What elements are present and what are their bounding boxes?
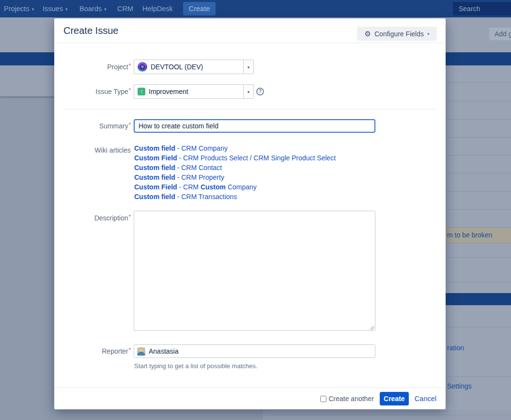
wiki-articles-list: Custom field - CRM CompanyCustom Field -… <box>134 143 376 202</box>
add-gadget-button[interactable]: Add g <box>489 28 511 40</box>
form-divider <box>63 109 436 109</box>
description-label: Description* <box>54 214 131 222</box>
screen: Add g m to be broken ration Settings Pro… <box>0 0 511 420</box>
create-another-option: Create another <box>320 395 373 403</box>
project-select-value: DEVTOOL (DEV) <box>151 63 203 71</box>
create-another-checkbox[interactable] <box>320 396 326 402</box>
wiki-article-link[interactable]: Custom field - CRM Transactions <box>134 192 376 202</box>
project-label: Project* <box>54 63 131 71</box>
row-separator <box>446 209 511 210</box>
wiki-article-link[interactable]: Custom Field - CRM Products Select / CRM… <box>134 153 376 163</box>
wiki-article-link[interactable]: Custom field - CRM Contact <box>134 163 376 172</box>
project-avatar-icon <box>138 62 147 72</box>
row-separator <box>446 155 511 156</box>
required-marker: * <box>129 87 131 93</box>
required-marker: * <box>129 122 131 127</box>
top-navigation-bar: Projects▾ Issues▾ Boards▾ CRM HelpDesk C… <box>0 0 511 17</box>
help-icon[interactable]: ? <box>256 88 264 95</box>
dialog-title: Create Issue <box>63 25 118 36</box>
issue-type-dropdown-button[interactable]: ▾ <box>243 84 254 99</box>
create-another-label: Create another <box>328 395 373 403</box>
nav-item-helpdesk[interactable]: HelpDesk <box>142 0 173 17</box>
summary-input[interactable] <box>134 119 375 133</box>
background-broken-link[interactable]: m to be broken <box>447 231 492 239</box>
nav-item-issues[interactable]: Issues▾ <box>43 0 67 17</box>
row-separator <box>272 415 511 415</box>
reporter-value: Anastasia <box>149 347 178 355</box>
wiki-article-link[interactable]: Custom Field - CRM Custom Company <box>134 182 376 192</box>
chevron-down-icon: ▾ <box>427 31 430 36</box>
reporter-input[interactable]: Anastasia <box>134 344 375 358</box>
chevron-down-icon: ▾ <box>65 7 68 12</box>
background-panel <box>0 65 56 96</box>
wiki-articles-label: Wiki articles <box>54 146 131 154</box>
dialog-header: Create Issue ⚙ Configure Fields ▾ <box>54 18 446 43</box>
cancel-link[interactable]: Cancel <box>415 395 436 403</box>
project-select-dropdown-button[interactable]: ▾ <box>243 60 254 74</box>
row-separator <box>446 119 511 120</box>
background-settings-link[interactable]: Settings <box>447 382 472 390</box>
reporter-help-text: Start typing to get a list of possible m… <box>134 362 257 370</box>
issue-type-select-value: Improvement <box>149 88 188 95</box>
chevron-down-icon: ▾ <box>248 90 250 94</box>
resize-handle[interactable] <box>370 326 374 330</box>
description-textarea[interactable] <box>134 211 375 331</box>
issue-type-label: Issue Type* <box>54 88 131 95</box>
reporter-avatar <box>137 347 145 356</box>
dialog-footer: Create another Create Cancel <box>54 388 446 409</box>
improvement-type-icon: ↑ <box>138 88 145 95</box>
row-separator <box>446 282 511 282</box>
row-separator <box>446 137 511 138</box>
issue-type-select[interactable]: ↑ Improvement <box>134 84 243 99</box>
row-separator <box>446 243 511 243</box>
create-button[interactable]: Create <box>380 392 409 405</box>
summary-label: Summary* <box>54 122 131 130</box>
configure-fields-label: Configure Fields <box>374 30 424 38</box>
required-marker: * <box>129 347 131 353</box>
reporter-label: Reporter* <box>54 347 131 355</box>
row-separator <box>446 376 511 377</box>
chevron-down-icon: ▾ <box>31 7 34 12</box>
create-issue-dialog: Create Issue ⚙ Configure Fields ▾ Projec… <box>54 18 446 409</box>
wiki-article-link[interactable]: Custom field - CRM Company <box>134 143 376 153</box>
nav-item-projects[interactable]: Projects▾ <box>4 0 34 17</box>
search-input[interactable] <box>453 2 511 16</box>
row-separator <box>446 191 511 192</box>
row-separator <box>446 327 511 327</box>
nav-item-boards[interactable]: Boards▾ <box>79 0 106 17</box>
row-separator <box>446 257 511 258</box>
required-marker: * <box>129 214 131 219</box>
nav-item-crm[interactable]: CRM <box>117 0 133 17</box>
row-separator <box>446 173 511 173</box>
nav-create-button[interactable]: Create <box>183 2 216 16</box>
background-section-header <box>446 293 511 305</box>
gear-icon: ⚙ <box>365 30 371 37</box>
row-separator <box>446 101 511 101</box>
chevron-down-icon: ▾ <box>104 7 107 12</box>
background-ration-link[interactable]: ration <box>447 344 464 352</box>
project-select[interactable]: DEVTOOL (DEV) <box>134 60 243 74</box>
configure-fields-button[interactable]: ⚙ Configure Fields ▾ <box>357 27 437 41</box>
chevron-down-icon: ▾ <box>248 65 250 70</box>
row-separator <box>446 82 511 83</box>
required-marker: * <box>129 62 131 68</box>
wiki-article-link[interactable]: Custom field - CRM Property <box>134 172 376 182</box>
